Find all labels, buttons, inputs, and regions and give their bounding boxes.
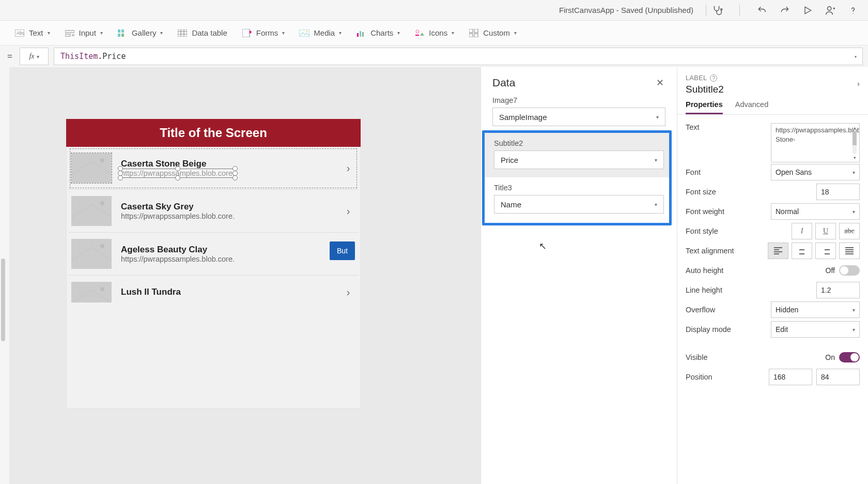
share-person-icon[interactable] — [825, 5, 836, 16]
chevron-right-icon[interactable]: › — [341, 162, 355, 174]
prop-position-x-input[interactable]: 168 — [769, 369, 812, 385]
image-placeholder-icon[interactable] — [71, 196, 112, 226]
formula-token-dot: . — [98, 52, 102, 61]
tab-properties[interactable]: Properties — [686, 100, 723, 114]
selected-subtitle-control[interactable]: https://pwrappssamples.blob.core. — [121, 169, 235, 177]
chevron-down-icon: ▾ — [853, 327, 855, 332]
ribbon-forms-label: Forms — [256, 28, 278, 37]
image-placeholder-icon[interactable] — [71, 282, 112, 303]
chevron-down-icon: ▾ — [160, 30, 163, 36]
ribbon-charts[interactable]: Charts▾ — [356, 28, 400, 38]
dropdown-value: Edit — [776, 325, 788, 334]
stethoscope-icon[interactable] — [711, 5, 723, 16]
expand-formula-icon[interactable]: ▾ — [854, 54, 857, 59]
textarea-scrollbar[interactable]: ▴▾ — [851, 125, 858, 161]
prop-text-value[interactable]: https://pwrappssamples.blob.core.windows… — [771, 123, 860, 162]
prop-font-dropdown[interactable]: Open Sans▾ — [771, 164, 860, 180]
gallery-item[interactable]: Lush II Tundra › — [68, 276, 359, 309]
ribbon-forms[interactable]: Forms▾ — [242, 28, 285, 38]
visible-toggle[interactable] — [839, 352, 860, 362]
svg-rect-26 — [469, 29, 473, 33]
align-justify-button[interactable] — [839, 243, 860, 259]
resize-handle[interactable] — [118, 175, 123, 180]
play-icon[interactable] — [802, 5, 813, 16]
formula-bar: = fx ▾ ThisItem.Price ▾ — [0, 46, 868, 67]
left-rail-scrollbar[interactable] — [0, 67, 9, 484]
gallery-item[interactable]: Ageless Beauty Clay https://pwrappssampl… — [68, 233, 359, 276]
data-field-label: Image7 — [492, 96, 517, 104]
canvas-area[interactable]: Title of the Screen Caserta Stone Beige … — [9, 67, 481, 484]
prop-font-size-input[interactable]: 18 — [816, 184, 860, 200]
help-icon[interactable] — [847, 5, 859, 16]
underline-button[interactable]: U — [815, 223, 836, 239]
resize-handle[interactable] — [175, 175, 180, 180]
prop-label-font-size: Font size — [686, 188, 716, 196]
dropdown-value: SampleImage — [499, 113, 547, 122]
screen-canvas[interactable]: Title of the Screen Caserta Stone Beige … — [66, 119, 361, 409]
chevron-right-icon[interactable]: › — [857, 80, 860, 88]
data-field-dropdown[interactable]: Name ▾ — [494, 195, 664, 214]
image-placeholder-icon[interactable] — [71, 239, 112, 269]
help-icon[interactable]: ? — [710, 74, 717, 82]
chevron-right-icon[interactable]: › — [341, 205, 355, 217]
undo-icon[interactable] — [756, 5, 768, 16]
auto-height-toggle[interactable] — [839, 265, 860, 276]
gallery-item[interactable]: Caserta Sky Grey https://pwrappssamples.… — [68, 190, 359, 233]
prop-overflow-dropdown[interactable]: Hidden▾ — [771, 301, 860, 318]
prop-position-y-input[interactable]: 84 — [816, 369, 860, 385]
screen-title-bar[interactable]: Title of the Screen — [66, 119, 361, 147]
align-center-button[interactable] — [792, 243, 812, 259]
divider — [739, 5, 740, 16]
ribbon-input-label: Input — [79, 28, 96, 37]
redo-icon[interactable] — [779, 5, 791, 16]
prop-line-height-input[interactable]: 1.2 — [816, 282, 860, 298]
canvas-button-label: But — [337, 247, 348, 255]
ribbon-media[interactable]: Media▾ — [299, 28, 342, 38]
input-value: 168 — [773, 373, 785, 381]
ribbon-text[interactable]: Abc Text▾ — [14, 28, 50, 38]
prop-font-weight-dropdown[interactable]: Normal▾ — [771, 203, 860, 220]
chevron-down-icon: ▾ — [48, 30, 50, 36]
align-left-button[interactable] — [768, 243, 788, 259]
input-value: 18 — [821, 188, 829, 196]
resize-handle[interactable] — [175, 166, 180, 171]
prop-label-text: Text — [686, 123, 700, 131]
close-icon[interactable]: ✕ — [654, 77, 665, 88]
canvas-button[interactable]: But — [330, 241, 355, 260]
resize-handle[interactable] — [233, 175, 238, 180]
gallery-item-title[interactable]: Ageless Beauty Clay — [121, 245, 332, 255]
data-field-dropdown[interactable]: Price ▾ — [494, 150, 664, 169]
ribbon-data-table[interactable]: Data table — [177, 28, 227, 38]
fx-dropdown[interactable]: fx ▾ — [20, 48, 49, 65]
ribbon-charts-label: Charts — [370, 28, 393, 37]
image-placeholder-icon[interactable] — [71, 153, 112, 183]
formula-input[interactable]: ThisItem.Price ▾ — [54, 48, 863, 65]
chevron-right-icon[interactable]: › — [341, 286, 355, 298]
strikethrough-button[interactable]: abc — [839, 223, 860, 239]
gallery[interactable]: Caserta Stone Beige https://pwrappssampl… — [66, 147, 361, 309]
svg-rect-14 — [178, 29, 187, 37]
scroll-thumb[interactable] — [1, 259, 5, 341]
ribbon-gallery[interactable]: Gallery▾ — [117, 28, 163, 38]
dropdown-value: Hidden — [776, 306, 798, 314]
data-panel: Data ✕ Image7 SampleImage ▾ Subtitle2 Pr… — [481, 67, 677, 484]
prop-label-font-weight: Font weight — [686, 207, 724, 216]
insert-ribbon: Abc Text▾ Input▾ Gallery▾ Data table For… — [0, 21, 868, 46]
ribbon-icons[interactable]: Icons▾ — [414, 28, 454, 38]
tab-advanced[interactable]: Advanced — [735, 100, 769, 114]
gallery-item-subtitle[interactable]: https://pwrappssamples.blob.core. — [121, 212, 332, 220]
svg-rect-24 — [362, 32, 364, 37]
data-field-dropdown[interactable]: SampleImage ▾ — [492, 108, 665, 126]
forms-icon — [242, 28, 252, 38]
ribbon-custom[interactable]: Custom▾ — [469, 28, 517, 38]
align-right-button[interactable] — [815, 243, 836, 259]
gallery-item-title[interactable]: Lush II Tundra — [121, 287, 332, 297]
gallery-item-subtitle[interactable]: https://pwrappssamples.blob.core. — [121, 255, 332, 263]
prop-display-mode-dropdown[interactable]: Edit▾ — [771, 321, 860, 338]
ribbon-input[interactable]: Input▾ — [65, 28, 103, 38]
italic-button[interactable]: I — [792, 223, 812, 239]
gallery-item-title[interactable]: Caserta Stone Beige — [121, 159, 332, 169]
gallery-item-title[interactable]: Caserta Sky Grey — [121, 202, 332, 212]
gallery-item[interactable]: Caserta Stone Beige https://pwrappssampl… — [68, 147, 359, 190]
svg-text:Abc: Abc — [17, 31, 24, 36]
